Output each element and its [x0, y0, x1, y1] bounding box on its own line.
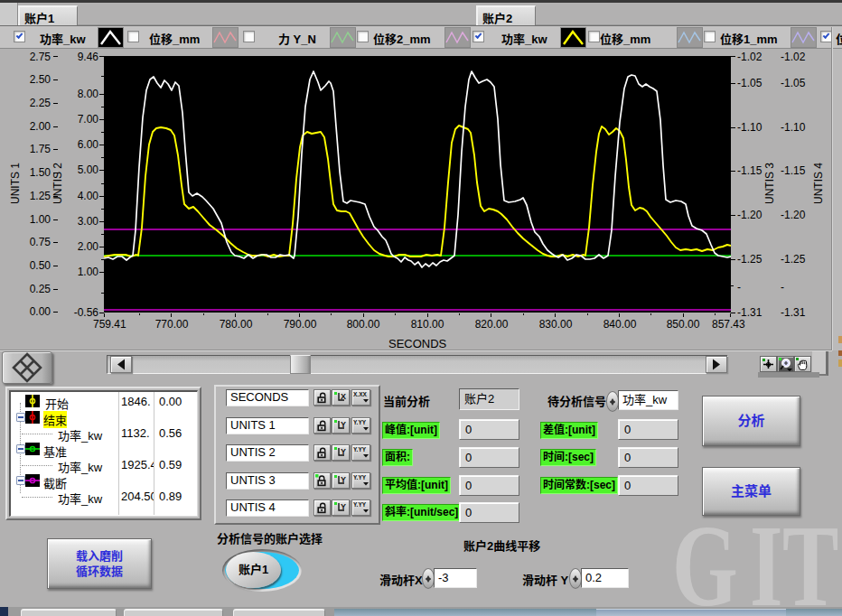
svg-text:Y: Y: [341, 475, 346, 484]
svg-text:Y.YY: Y.YY: [353, 501, 367, 508]
svg-text:X: X: [341, 392, 346, 401]
svg-text:Y: Y: [341, 420, 346, 429]
svg-text:Y: Y: [341, 502, 346, 511]
svg-text:Y.YY: Y.YY: [353, 446, 367, 453]
svg-text:Y.YY: Y.YY: [353, 474, 367, 481]
svg-text:Y: Y: [341, 447, 346, 456]
svg-text:Y.YY: Y.YY: [353, 419, 367, 425]
svg-text:X.XX: X.XX: [353, 391, 367, 397]
